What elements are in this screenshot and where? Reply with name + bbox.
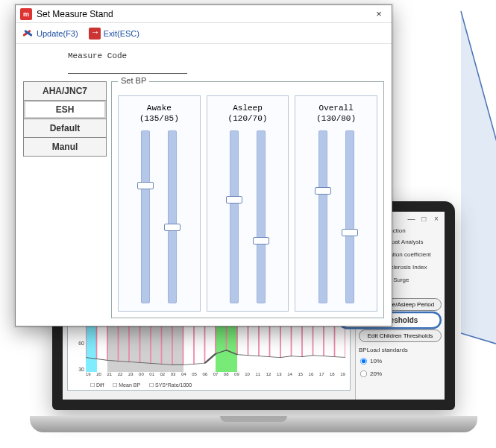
- update-label: Update(F3): [37, 29, 78, 38]
- bpload-heading: BPLoad standards: [359, 347, 442, 353]
- app-icon: m: [20, 8, 32, 20]
- button-edit-children-thresholds[interactable]: Edit Children Thresholds: [359, 329, 442, 342]
- minimize-icon[interactable]: —: [406, 215, 416, 223]
- dia-slider[interactable]: [166, 130, 179, 303]
- bp-group-asleep: Asleep(120/70): [207, 95, 289, 312]
- dialog-title: Set Measure Stand: [37, 9, 113, 19]
- set-bp-group: Set BP Awake(135/85)Asleep(120/70)Overal…: [111, 81, 384, 318]
- wrench-icon: [22, 28, 34, 40]
- set-bp-label: Set BP: [118, 76, 149, 85]
- set-measure-stand-dialog: m Set Measure Stand × Update(F3) Exit(ES…: [15, 4, 392, 326]
- radio-10%[interactable]: 10%: [359, 356, 442, 366]
- dia-slider[interactable]: [254, 130, 268, 303]
- group-value: (120/70): [228, 114, 268, 123]
- group-label: Overall: [319, 104, 354, 113]
- close-icon[interactable]: ×: [431, 215, 442, 223]
- sys-slider[interactable]: [139, 130, 152, 303]
- svg-marker-0: [461, 11, 496, 351]
- close-icon[interactable]: ×: [371, 8, 387, 19]
- update-button[interactable]: Update(F3): [22, 28, 78, 40]
- group-value: (130/80): [316, 114, 356, 123]
- measure-code-label: Measure Code: [68, 51, 384, 60]
- tab-esh[interactable]: ESH: [23, 100, 107, 119]
- titlebar: m Set Measure Stand ×: [16, 5, 392, 23]
- tab-default[interactable]: Default: [23, 119, 107, 138]
- group-value: (135/85): [139, 114, 179, 123]
- measure-code-input[interactable]: [68, 62, 187, 74]
- radio-20%[interactable]: 20%: [359, 369, 442, 379]
- exit-label: Exit(ESC): [104, 29, 139, 38]
- bp-group-awake: Awake(135/85): [118, 95, 201, 312]
- toolbar: Update(F3) Exit(ESC): [16, 23, 392, 44]
- sys-slider[interactable]: [227, 130, 241, 303]
- dia-slider[interactable]: [343, 130, 357, 303]
- bp-group-overall: Overall(130/80): [295, 95, 377, 312]
- exit-icon: [89, 28, 101, 40]
- sys-slider[interactable]: [316, 130, 330, 303]
- tab-manul[interactable]: Manul: [23, 137, 107, 157]
- tab-aha-jnc7[interactable]: AHA/JNC7: [23, 81, 107, 101]
- group-label: Awake: [147, 104, 172, 113]
- group-label: Asleep: [233, 104, 263, 113]
- standard-tabs: AHA/JNC7ESHDefaultManul: [23, 81, 107, 318]
- maximize-icon[interactable]: □: [418, 215, 429, 223]
- exit-button[interactable]: Exit(ESC): [89, 28, 139, 40]
